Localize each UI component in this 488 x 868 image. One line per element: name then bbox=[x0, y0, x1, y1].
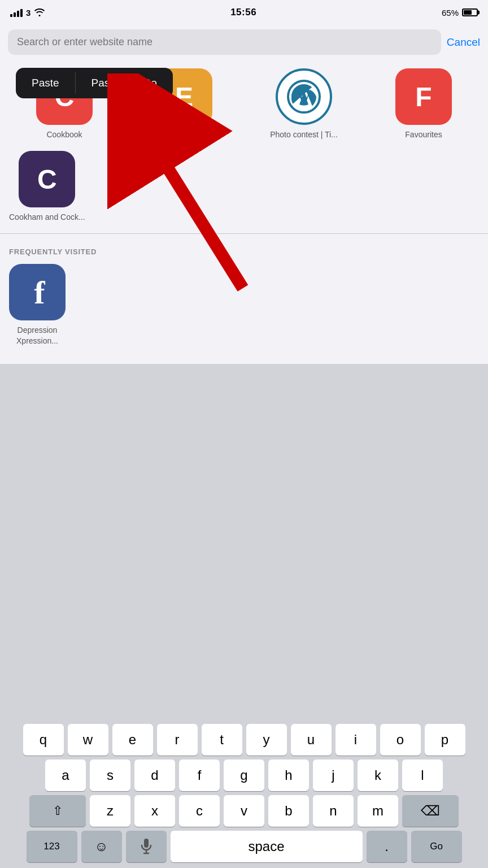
status-time: 15:56 bbox=[230, 7, 256, 18]
search-input[interactable] bbox=[8, 29, 441, 55]
frequently-visited-header: FREQUENTLY VISITED bbox=[9, 243, 479, 256]
key-h[interactable]: h bbox=[268, 760, 309, 791]
key-p[interactable]: p bbox=[425, 724, 465, 756]
favourites-label: Favourites bbox=[405, 129, 442, 140]
wifi-icon bbox=[34, 7, 45, 18]
key-u[interactable]: u bbox=[291, 724, 332, 756]
key-i[interactable]: i bbox=[336, 724, 376, 756]
delete-key[interactable]: ⌫ bbox=[402, 795, 459, 827]
mic-key[interactable] bbox=[126, 831, 167, 862]
key-k[interactable]: k bbox=[358, 760, 398, 791]
shift-key[interactable]: ⇧ bbox=[29, 795, 86, 827]
status-bar: 3 15:56 65% bbox=[0, 0, 488, 25]
keyboard-row-3: ⇧ z x c v b n m ⌫ bbox=[2, 795, 486, 827]
frequently-visited-section: FREQUENTLY VISITED f Depression Xpressio… bbox=[9, 243, 479, 354]
favorites-row2: C Cookham and Cock... bbox=[9, 151, 479, 222]
key-g[interactable]: g bbox=[224, 760, 264, 791]
key-t[interactable]: t bbox=[202, 724, 242, 756]
numbers-key[interactable]: 123 bbox=[27, 831, 77, 862]
key-l[interactable]: l bbox=[402, 760, 443, 791]
battery-icon bbox=[462, 8, 478, 16]
frequently-visited-grid: f Depression Xpression... bbox=[9, 264, 479, 345]
key-a[interactable]: a bbox=[45, 760, 86, 791]
period-key[interactable]: . bbox=[367, 831, 407, 862]
shift-icon: ⇧ bbox=[53, 804, 63, 818]
cancel-button[interactable]: Cancel bbox=[447, 36, 480, 49]
key-n[interactable]: n bbox=[313, 795, 354, 827]
key-o[interactable]: o bbox=[380, 724, 421, 756]
facebook-icon: f bbox=[9, 264, 66, 320]
signal-bar-3 bbox=[17, 11, 19, 17]
freq-item-depression-xpression[interactable]: f Depression Xpression... bbox=[9, 264, 66, 345]
photo-contest-label: Photo contest | Ti... bbox=[270, 129, 338, 140]
key-v[interactable]: v bbox=[224, 795, 264, 827]
go-key[interactable]: Go bbox=[411, 831, 462, 862]
keyboard-row-1: q w e r t y u i o p bbox=[2, 724, 486, 756]
paste-and-go-menu-item[interactable]: Paste and Go bbox=[76, 68, 173, 98]
network-indicator: 3 bbox=[26, 8, 30, 18]
battery-percentage: 65% bbox=[442, 8, 459, 18]
key-d[interactable]: d bbox=[134, 760, 175, 791]
favorite-photo-contest[interactable]: W Photo contest | Ti... bbox=[249, 68, 359, 140]
key-e[interactable]: e bbox=[112, 724, 153, 756]
context-menu: Paste Paste and Go bbox=[16, 68, 173, 98]
key-w[interactable]: w bbox=[68, 724, 108, 756]
keyboard-row-2: a s d f g h j k l bbox=[2, 760, 486, 791]
key-j[interactable]: j bbox=[313, 760, 354, 791]
cookbook-label: Cookbook bbox=[46, 129, 82, 140]
favourites-icon: F bbox=[395, 68, 452, 125]
key-y[interactable]: y bbox=[246, 724, 287, 756]
section-divider bbox=[0, 233, 488, 234]
signal-bars bbox=[10, 8, 23, 17]
favorite-cookham[interactable]: C Cookham and Cock... bbox=[9, 151, 85, 222]
key-c[interactable]: c bbox=[179, 795, 220, 827]
key-q[interactable]: q bbox=[23, 724, 64, 756]
status-right: 65% bbox=[442, 8, 478, 18]
keyboard: q w e r t y u i o p a s d f g h j k l ⇧ … bbox=[0, 719, 488, 868]
key-x[interactable]: x bbox=[134, 795, 175, 827]
facebook-f-letter: f bbox=[29, 274, 45, 311]
battery-fill bbox=[464, 10, 472, 15]
signal-bar-1 bbox=[10, 14, 12, 17]
emoji-key[interactable]: ☺ bbox=[81, 831, 122, 862]
key-m[interactable]: m bbox=[358, 795, 398, 827]
key-s[interactable]: s bbox=[90, 760, 130, 791]
search-area: Cancel bbox=[0, 25, 488, 59]
signal-bar-2 bbox=[14, 12, 16, 17]
cookham-icon: C bbox=[19, 151, 75, 207]
favorite-favourites[interactable]: F Favourites bbox=[368, 68, 479, 140]
space-key[interactable]: space bbox=[171, 831, 363, 862]
keyboard-bottom-row: 123 ☺ space . Go bbox=[2, 831, 486, 862]
status-left: 3 bbox=[10, 7, 45, 18]
svg-text:W: W bbox=[298, 89, 310, 103]
svg-rect-5 bbox=[144, 839, 149, 848]
cookham-label: Cookham and Cock... bbox=[9, 212, 85, 222]
eagle-label: Eagle Education... bbox=[152, 129, 216, 140]
signal-bar-4 bbox=[20, 9, 23, 17]
key-r[interactable]: r bbox=[157, 724, 198, 756]
content-area: C Cookbook E Eagle Education... W Photo … bbox=[0, 59, 488, 364]
paste-menu-item[interactable]: Paste bbox=[16, 68, 75, 98]
key-z[interactable]: z bbox=[90, 795, 130, 827]
key-f[interactable]: f bbox=[179, 760, 220, 791]
depression-xpression-label: Depression Xpression... bbox=[9, 325, 66, 345]
wordpress-icon: W bbox=[276, 68, 332, 125]
key-b[interactable]: b bbox=[268, 795, 309, 827]
